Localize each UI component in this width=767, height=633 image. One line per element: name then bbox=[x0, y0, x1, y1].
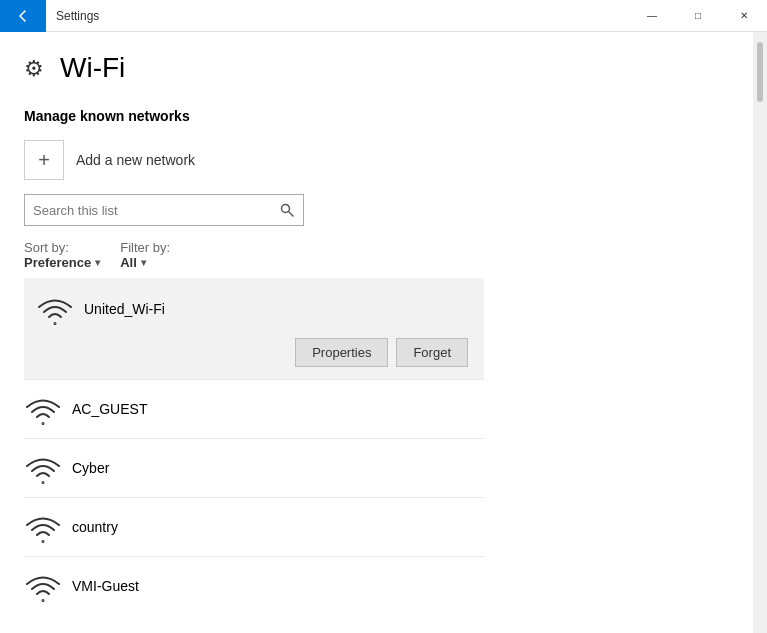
network-item-vmi-guest[interactable]: VMI-Guest bbox=[24, 556, 484, 615]
wifi-signal-icon-ac-guest bbox=[24, 390, 62, 428]
scrollbar-thumb[interactable] bbox=[757, 42, 763, 102]
close-button[interactable]: ✕ bbox=[721, 0, 767, 32]
wifi-signal-icon-country bbox=[24, 508, 62, 546]
network-action-row: Properties Forget bbox=[36, 338, 472, 367]
svg-point-0 bbox=[282, 205, 290, 213]
window-title: Settings bbox=[46, 9, 629, 23]
network-item-country[interactable]: country bbox=[24, 497, 484, 556]
wifi-signal-icon-cyber bbox=[24, 449, 62, 487]
network-item-ac-guest[interactable]: AC_GUEST bbox=[24, 379, 484, 438]
window-controls: — □ ✕ bbox=[629, 0, 767, 32]
network-item-top-row: United_Wi-Fi bbox=[36, 290, 472, 328]
maximize-button[interactable]: □ bbox=[675, 0, 721, 32]
page-title: Wi-Fi bbox=[60, 52, 125, 84]
wifi-signal-icon-vmi-guest bbox=[24, 567, 62, 605]
filter-section: Filter by: All ▾ bbox=[120, 240, 170, 270]
back-icon bbox=[17, 10, 29, 22]
network-name-vmi-guest: VMI-Guest bbox=[72, 578, 139, 594]
properties-button[interactable]: Properties bbox=[295, 338, 388, 367]
content-area: ⚙ Wi-Fi Manage known networks + Add a ne… bbox=[0, 32, 767, 633]
svg-line-1 bbox=[289, 212, 293, 216]
main-panel: ⚙ Wi-Fi Manage known networks + Add a ne… bbox=[0, 32, 753, 633]
section-title: Manage known networks bbox=[24, 108, 729, 124]
sort-filter-bar: Sort by: Preference ▾ Filter by: All ▾ bbox=[24, 240, 729, 270]
network-name-united-wifi: United_Wi-Fi bbox=[84, 301, 165, 317]
minimize-button[interactable]: — bbox=[629, 0, 675, 32]
network-list: United_Wi-Fi Properties Forget bbox=[24, 278, 484, 615]
add-icon: + bbox=[24, 140, 64, 180]
title-bar: Settings — □ ✕ bbox=[0, 0, 767, 32]
sort-label: Sort by: bbox=[24, 240, 69, 255]
search-icon bbox=[280, 203, 294, 217]
back-button[interactable] bbox=[0, 0, 46, 32]
sort-value-button[interactable]: Preference ▾ bbox=[24, 255, 100, 270]
add-network-label: Add a new network bbox=[76, 152, 195, 168]
search-box bbox=[24, 194, 304, 226]
network-name-cyber: Cyber bbox=[72, 460, 109, 476]
sort-section: Sort by: Preference ▾ bbox=[24, 240, 100, 270]
wifi-signal-icon bbox=[36, 290, 74, 328]
wifi-settings-icon: ⚙ bbox=[24, 56, 48, 80]
sort-chevron-icon: ▾ bbox=[95, 257, 100, 268]
filter-label: Filter by: bbox=[120, 240, 170, 255]
scrollbar-track[interactable] bbox=[753, 32, 767, 633]
add-new-network-button[interactable]: + Add a new network bbox=[24, 140, 729, 180]
network-name-ac-guest: AC_GUEST bbox=[72, 401, 147, 417]
page-header: ⚙ Wi-Fi bbox=[24, 52, 729, 84]
search-input[interactable] bbox=[25, 203, 271, 218]
network-item-cyber[interactable]: Cyber bbox=[24, 438, 484, 497]
search-button[interactable] bbox=[271, 194, 303, 226]
network-name-country: country bbox=[72, 519, 118, 535]
forget-button[interactable]: Forget bbox=[396, 338, 468, 367]
network-item-united-wifi[interactable]: United_Wi-Fi Properties Forget bbox=[24, 278, 484, 379]
filter-chevron-icon: ▾ bbox=[141, 257, 146, 268]
filter-value-button[interactable]: All ▾ bbox=[120, 255, 170, 270]
